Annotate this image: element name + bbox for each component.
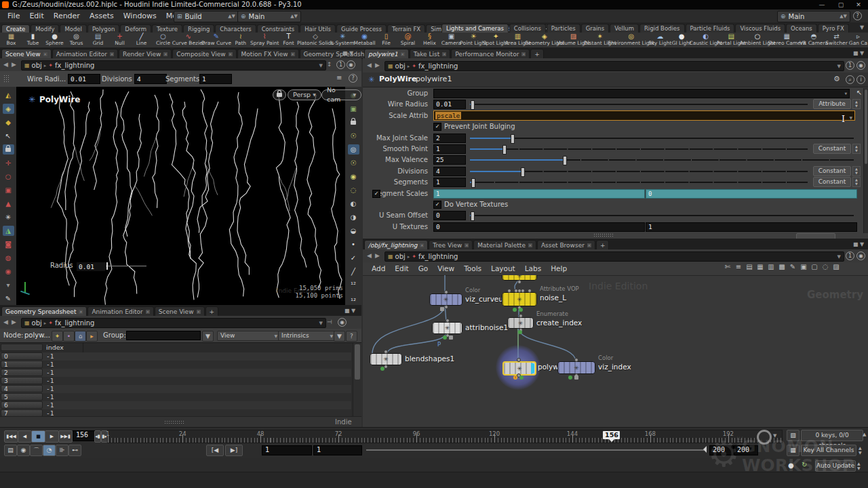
op-field-1[interactable]: 4 bbox=[134, 74, 167, 84]
range-end-field[interactable]: 200 bbox=[709, 445, 734, 455]
network-tab-tree-view[interactable]: Tree View✕ bbox=[429, 240, 473, 250]
back-icon[interactable]: ◀ bbox=[3, 319, 8, 325]
link-level-badge[interactable]: 1 bbox=[846, 61, 854, 70]
value-field[interactable]: 1 bbox=[433, 144, 466, 154]
pane-tab-motion-fx-view[interactable]: Motion FX View✕ bbox=[237, 49, 299, 59]
sheet-tab-geometry-spreadsheet[interactable]: Geometry Spreadsheet✕ bbox=[1, 306, 87, 317]
slider-track[interactable] bbox=[470, 159, 854, 161]
output-dot[interactable] bbox=[517, 280, 521, 284]
image-plane-icon[interactable]: ▣ bbox=[798, 263, 809, 270]
font-tool-button[interactable]: TFont bbox=[279, 33, 298, 47]
input-dot[interactable] bbox=[514, 289, 518, 293]
axis-align-icon[interactable]: ◮ bbox=[3, 226, 14, 236]
shadows-icon[interactable]: ◌ bbox=[348, 185, 359, 195]
slider-handle[interactable] bbox=[471, 178, 475, 188]
node-blendshapes1[interactable]: ✳ bbox=[370, 353, 402, 365]
selection-lock-icon[interactable] bbox=[3, 144, 14, 155]
pair-field-0[interactable]: 0 bbox=[433, 222, 645, 232]
circle-tool-button[interactable]: ○Circle bbox=[153, 33, 173, 47]
joint-tool-icon[interactable]: ✳ bbox=[3, 212, 14, 222]
pin-arrow-icon[interactable]: ⊣ bbox=[327, 319, 332, 325]
audio-options-icon[interactable]: ◉ bbox=[17, 445, 30, 456]
maximize-button[interactable]: ▢ bbox=[833, 0, 849, 9]
tab-close-icon[interactable]: ✕ bbox=[528, 243, 532, 247]
prims-mode-icon[interactable]: ⌂ bbox=[75, 331, 86, 342]
sheet-help-icon[interactable]: ? bbox=[346, 331, 357, 342]
null-tool-button[interactable]: +Null bbox=[110, 33, 130, 47]
range-end-button[interactable]: ▶] bbox=[225, 445, 243, 456]
row-number[interactable]: 6 bbox=[1, 401, 43, 409]
view-projection-pill[interactable]: Persp▼ bbox=[288, 89, 321, 100]
stop-button[interactable]: ■ bbox=[31, 430, 45, 443]
portal-light-tool-button[interactable]: ▤Portal Light bbox=[720, 33, 742, 47]
range-start-button[interactable]: [◀ bbox=[206, 445, 224, 456]
camera-tool-button[interactable]: ▣Camera bbox=[441, 33, 461, 47]
shelf-tab-particles[interactable]: Particles bbox=[547, 24, 580, 33]
scale-tool-icon[interactable]: ▣ bbox=[3, 185, 14, 195]
tab-close-icon[interactable]: ✕ bbox=[197, 310, 201, 314]
cell-index-value[interactable]: -1 bbox=[46, 352, 54, 361]
rotate-tool-icon[interactable]: ○ bbox=[3, 171, 14, 182]
segment-scales-value-0[interactable]: 1 bbox=[433, 189, 645, 199]
shelf-tab-lights-and-cameras[interactable]: Lights and Cameras bbox=[441, 24, 509, 33]
range-slider-handle[interactable] bbox=[700, 446, 707, 453]
slider-handle[interactable] bbox=[471, 211, 475, 221]
keys-expand-icon[interactable]: ▲ bbox=[863, 432, 866, 437]
row-number[interactable]: 0 bbox=[1, 352, 43, 360]
help-icon[interactable]: ? bbox=[853, 12, 862, 20]
path-tool-button[interactable]: ≀Path bbox=[231, 33, 250, 47]
scope-spinner-icon[interactable]: ▲▼ bbox=[852, 177, 861, 187]
ambient-light-tool-button[interactable]: ○Ambient Light bbox=[745, 33, 771, 47]
pane-tab-scene-view[interactable]: Scene View✕ bbox=[1, 49, 52, 59]
desktop-selector[interactable]: ⊞ Build ▲▼ bbox=[174, 11, 239, 22]
op-help-icon[interactable]: ? bbox=[349, 74, 357, 83]
scene-pane-menu-icon[interactable]: ■ ▼ bbox=[342, 50, 353, 56]
grid-snap-icon[interactable]: ▦ bbox=[755, 263, 766, 270]
camera-lock-pill[interactable] bbox=[273, 89, 286, 100]
grid-tool-button[interactable]: ▤Grid bbox=[88, 33, 108, 47]
wireframe-shading-icon[interactable]: ◒ bbox=[348, 226, 359, 236]
key-all-spinner-icon[interactable]: ▲▼ bbox=[859, 445, 862, 455]
vertex-mode-icon[interactable]: • bbox=[63, 331, 75, 342]
node-name-label[interactable]: viz_curveu bbox=[465, 295, 503, 303]
timeline-ruler[interactable]: 124487296120144168192156 bbox=[107, 430, 783, 443]
back-icon[interactable]: ◀ bbox=[367, 252, 372, 259]
cell-index-value[interactable]: -1 bbox=[46, 401, 54, 409]
node-name-label[interactable]: create_index bbox=[536, 319, 582, 327]
snap-menu-icon[interactable]: ▾ bbox=[3, 280, 14, 290]
input-dot[interactable] bbox=[446, 319, 450, 323]
params-scrollbar[interactable] bbox=[863, 88, 868, 233]
cell-index-value[interactable]: -1 bbox=[46, 369, 54, 377]
jump-end-button[interactable]: ▶▶▮ bbox=[58, 430, 73, 443]
translate-tool-icon[interactable]: ✛ bbox=[3, 158, 14, 168]
chevron-down-icon[interactable]: ▼ bbox=[837, 64, 841, 69]
range-start-field[interactable]: 1 bbox=[262, 445, 312, 455]
playhead[interactable]: 156 bbox=[603, 431, 620, 439]
file-tool-button[interactable]: ▯File bbox=[376, 33, 396, 47]
network-canvas[interactable]: Indie Edition Geometry ✳✳viz_curveuColor… bbox=[363, 275, 868, 427]
pose-tool-icon[interactable]: ▲ bbox=[3, 199, 14, 209]
box-pick-icon[interactable]: ▢ bbox=[809, 263, 820, 270]
auto-update-select[interactable]: Auto Update bbox=[815, 460, 856, 472]
keyframe-view-icon[interactable]: ▧ bbox=[787, 430, 800, 441]
gan-camera-tool-button[interactable]: ▹Gan Ca bbox=[848, 33, 868, 47]
chevron-down-icon[interactable]: ▼ bbox=[319, 321, 323, 326]
node-attribnoise1[interactable]: ✳ bbox=[432, 322, 462, 334]
jump-start-button[interactable]: ▮◀◀ bbox=[4, 430, 18, 443]
forward-icon[interactable]: ▶ bbox=[12, 61, 16, 68]
scope-button[interactable]: Attribute bbox=[813, 99, 851, 109]
node-noise-l[interactable]: ✳ bbox=[502, 292, 537, 306]
platonic-solids-tool-button[interactable]: ◇Platonic Solids bbox=[300, 33, 330, 47]
scroll-thumb[interactable] bbox=[355, 344, 360, 380]
view-tool-icon[interactable]: ◭ bbox=[3, 90, 14, 100]
snap-grid-icon[interactable]: ◙ bbox=[3, 239, 14, 249]
stereo-camera-tool-button[interactable]: ▦Stereo Camera bbox=[773, 33, 801, 47]
input-dot[interactable] bbox=[507, 289, 511, 293]
table-scrollbar[interactable] bbox=[353, 343, 361, 417]
gi-light-tool-button[interactable]: ●GI Light bbox=[672, 33, 692, 47]
prev-keyframe-button[interactable]: ◂▮ bbox=[94, 430, 101, 443]
tab-close-icon[interactable]: ✕ bbox=[442, 52, 446, 56]
points-mode-icon[interactable]: ✦ bbox=[52, 331, 63, 342]
pane-link-selector[interactable]: ⊕ Main ▲▼ bbox=[237, 11, 301, 22]
box-tool-button[interactable]: ▦Box bbox=[1, 33, 21, 47]
